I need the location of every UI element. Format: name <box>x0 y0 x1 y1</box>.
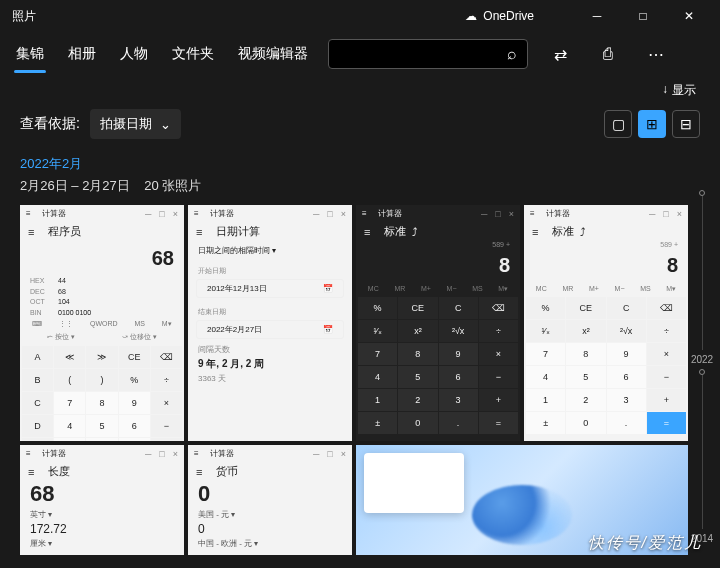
tab-bar: 集锦 相册 人物 文件夹 视频编辑器 ⌕ ⇄ ⎙ ⋯ <box>0 32 720 76</box>
photo-grid-row-2: 计算器 ─□× 长度 68 英寸 ▾ 172.72 厘米 ▾ 计算器 ─□× 货… <box>0 441 720 555</box>
mini-window <box>364 453 464 513</box>
menu-icon <box>26 209 40 218</box>
view-grid-button[interactable]: ⊞ <box>638 110 666 138</box>
tab-collection[interactable]: 集锦 <box>12 37 48 71</box>
onedrive-label: OneDrive <box>483 9 534 23</box>
filter-value: 拍摄日期 <box>100 115 152 133</box>
windows-bloom-wallpaper <box>472 485 572 545</box>
window-titlebar: 照片 ☁ OneDrive ─ □ ✕ <box>0 0 720 32</box>
calc-mode-label: 标准 <box>552 224 574 239</box>
arrow-down-icon: ↓ <box>662 82 668 99</box>
keypad: A≪≫CE⌫ B()%÷ C789× D456− E123+ F±0.= <box>20 344 184 441</box>
date-range: 2月26日 – 2月27日 20 张照片 <box>0 175 720 205</box>
photo-thumb-1[interactable]: 计算器 ─□× 程序员 68 HEX44 DEC68 OCT104 BIN010… <box>20 205 184 441</box>
filter-dropdown[interactable]: 拍摄日期 ⌄ <box>90 109 181 139</box>
photo-count: 20 张照片 <box>144 178 201 193</box>
tab-video-editor[interactable]: 视频编辑器 <box>234 37 312 71</box>
calendar-icon: 📅 <box>323 284 333 293</box>
window-minimize-button[interactable]: ─ <box>574 0 620 32</box>
calc-mode-label: 程序员 <box>48 224 81 239</box>
calc-mode-label: 货币 <box>216 464 238 479</box>
calc-mode-label: 长度 <box>48 464 70 479</box>
calc-display: 8 <box>356 248 520 283</box>
select-icon[interactable]: ⇄ <box>544 45 576 64</box>
calendar-icon: 📅 <box>323 325 333 334</box>
timeline-year: 2022 <box>691 354 713 365</box>
photo-thumb-5[interactable]: 计算器 ─□× 长度 68 英寸 ▾ 172.72 厘米 ▾ <box>20 445 184 555</box>
photo-thumb-6[interactable]: 计算器 ─□× 货币 0 美国 - 元 ▾ 0 中国 - 欧洲 - 元 ▾ <box>188 445 352 555</box>
cloud-icon: ☁ <box>465 9 477 23</box>
month-header[interactable]: 2022年2月 <box>0 149 720 175</box>
timeline-year: 2014 <box>691 533 713 544</box>
search-input[interactable]: ⌕ <box>328 39 528 69</box>
view-small-grid-button[interactable]: ⊟ <box>672 110 700 138</box>
search-icon: ⌕ <box>507 45 517 63</box>
more-icon[interactable]: ⋯ <box>640 45 672 64</box>
photo-thumb-3[interactable]: 计算器 ─□× 标准 ⤴ 589 + 8 MCMRM+M−MSM▾ %CEC⌫ … <box>356 205 520 441</box>
photo-thumb-7[interactable] <box>356 445 688 555</box>
calc-mode-label: 标准 <box>384 224 406 239</box>
display-label: 显示 <box>672 82 696 99</box>
date-timeline[interactable]: 2022 2014 <box>690 190 714 548</box>
photo-thumb-2[interactable]: 计算器 ─□× 日期计算 日期之间的相隔时间 ▾ 开始日期 2012年12月13… <box>188 205 352 441</box>
tab-folders[interactable]: 文件夹 <box>168 37 218 71</box>
filter-row: 查看依据: 拍摄日期 ⌄ ▢ ⊞ ⊟ <box>0 105 720 149</box>
window-close-button[interactable]: ✕ <box>666 0 712 32</box>
calc-mode-label: 日期计算 <box>216 224 260 239</box>
photo-grid: 计算器 ─□× 程序员 68 HEX44 DEC68 OCT104 BIN010… <box>0 205 720 441</box>
app-title: 照片 <box>12 8 36 25</box>
view-single-button[interactable]: ▢ <box>604 110 632 138</box>
import-icon[interactable]: ⎙ <box>592 45 624 63</box>
display-toggle[interactable]: ↓ 显示 <box>0 76 720 105</box>
onedrive-status[interactable]: ☁ OneDrive <box>465 9 534 23</box>
calc-display: 8 <box>524 248 688 283</box>
calc-display: 68 <box>20 241 184 276</box>
window-maximize-button[interactable]: □ <box>620 0 666 32</box>
photo-thumb-4[interactable]: 计算器 ─□× 标准 ⤴ 589 + 8 MCMRM+M−MSM▾ %CEC⌫ … <box>524 205 688 441</box>
date-range-text: 2月26日 – 2月27日 <box>20 178 130 193</box>
tab-albums[interactable]: 相册 <box>64 37 100 71</box>
tab-people[interactable]: 人物 <box>116 37 152 71</box>
filter-label: 查看依据: <box>20 115 80 133</box>
chevron-down-icon: ⌄ <box>160 117 171 132</box>
